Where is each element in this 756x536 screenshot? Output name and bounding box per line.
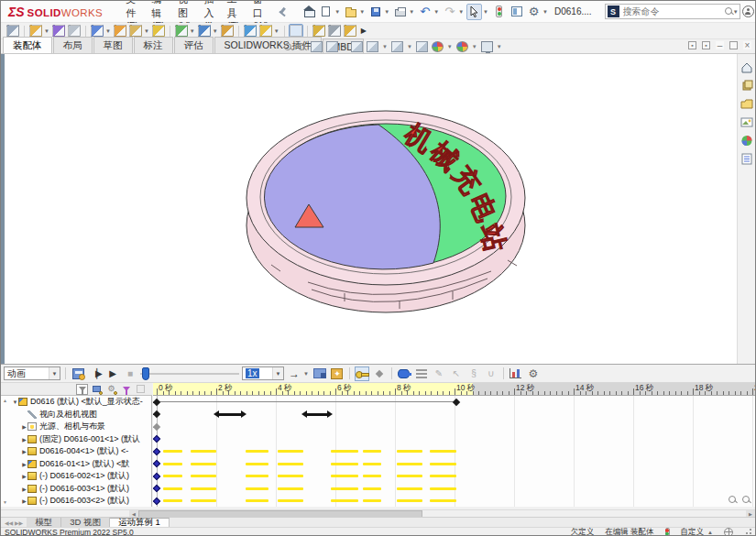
insert-components-icon[interactable]: [29, 25, 42, 37]
edit-appearance-icon[interactable]: [432, 41, 444, 52]
save-dropdown-caret[interactable]: ▼: [384, 9, 389, 15]
timeline-row-1[interactable]: [153, 409, 755, 421]
keyframe-diamond[interactable]: [153, 498, 160, 505]
magnetic-mate-icon[interactable]: [68, 25, 81, 37]
search-input[interactable]: [621, 5, 724, 17]
resize-grip[interactable]: [744, 529, 751, 536]
timeline-row-2[interactable]: [153, 421, 755, 433]
exploded-view-dropdown-caret[interactable]: ▼: [274, 28, 279, 34]
tree-expander[interactable]: ▶: [21, 498, 27, 504]
keyframe-diamond[interactable]: [153, 473, 160, 480]
tree-scroll-up-icon[interactable]: ▲: [3, 398, 7, 403]
zoom-to-fit-icon[interactable]: [283, 42, 293, 52]
timeline-row-7[interactable]: [153, 483, 755, 496]
tree-item-4[interactable]: ▶D0616-004<1> (默认) <-: [1, 445, 151, 458]
tree-item-8[interactable]: ▶(-) D0616-003<2> (默认): [1, 495, 151, 507]
tree-item-6[interactable]: ▶(-) D0616-002<1> (默认): [1, 470, 151, 483]
instant3d-icon[interactable]: [290, 25, 302, 37]
open-dropdown-caret[interactable]: ▼: [359, 9, 365, 15]
keyframe-diamond[interactable]: [153, 435, 160, 443]
select-button[interactable]: ↖: [449, 366, 464, 381]
tree-expander[interactable]: ▶: [21, 448, 27, 454]
view-orientation-caret[interactable]: ▼: [382, 44, 388, 49]
display-style-icon[interactable]: [391, 41, 403, 52]
tab-标注[interactable]: 标注: [134, 37, 173, 53]
apply-scene-caret[interactable]: ▼: [472, 44, 477, 49]
section-view-caret[interactable]: ▼: [342, 44, 347, 49]
redo-button[interactable]: ↷: [442, 4, 457, 20]
keyframe-diamond[interactable]: [153, 460, 160, 467]
tab-布局[interactable]: 布局: [53, 37, 93, 53]
print-dropdown-caret[interactable]: ▼: [409, 9, 414, 15]
doc-minimize-button[interactable]: –: [716, 41, 724, 49]
contact-button[interactable]: ∪: [484, 366, 499, 381]
edit-component-icon[interactable]: [6, 25, 19, 37]
show-hidden-components-icon[interactable]: [152, 25, 165, 37]
mate-icon[interactable]: [52, 25, 65, 37]
options-dropdown-caret[interactable]: ▼: [542, 9, 548, 15]
filter-driving-button[interactable]: ⚙: [105, 384, 117, 395]
new-motion-study-icon[interactable]: [221, 25, 234, 37]
tree-item-1[interactable]: 视向及相机视图: [1, 409, 151, 421]
save-button[interactable]: [367, 4, 383, 20]
select-tool-button[interactable]: [466, 4, 482, 20]
timeline-row-5[interactable]: [153, 458, 755, 471]
take-snapshot-icon[interactable]: [328, 25, 341, 37]
section-view-icon[interactable]: [326, 41, 338, 52]
timebar-thumb[interactable]: [142, 367, 149, 380]
rebuild-button[interactable]: [491, 4, 507, 20]
search-magnifier-icon[interactable]: [724, 6, 734, 16]
view-orientation-icon[interactable]: [367, 41, 378, 52]
filter-animated-button[interactable]: [91, 384, 103, 395]
force-button[interactable]: ✎: [432, 366, 446, 381]
horizontal-scrollbar[interactable]: ◀ ▶: [1, 509, 755, 517]
design-library-icon[interactable]: [740, 80, 753, 92]
tab-草图[interactable]: 草图: [93, 37, 133, 53]
timeline-ruler[interactable]: 0 秒2 秒4 秒6 秒8 秒10 秒12 秒14 秒16 秒18 秒20 秒: [153, 383, 755, 396]
file-explorer-icon[interactable]: [740, 98, 753, 110]
doc-tab-运动算例 1[interactable]: 运动算例 1: [110, 518, 170, 527]
tree-item-2[interactable]: ▶光源、相机与布景: [1, 421, 151, 433]
timeline-area[interactable]: [153, 396, 755, 507]
stop-button[interactable]: ■: [123, 366, 137, 381]
user-account-button[interactable]: [740, 4, 756, 20]
doc-taskpane-icon[interactable]: ▪: [702, 41, 710, 49]
large-assembly-settings-icon[interactable]: [344, 25, 356, 37]
playback-speed-combobox[interactable]: 1x▼: [242, 366, 284, 380]
autokey-button[interactable]: [355, 366, 369, 381]
timeline-row-6[interactable]: [153, 470, 755, 483]
edit-appearance-caret[interactable]: ▼: [447, 44, 453, 49]
no-filter-button[interactable]: [76, 384, 88, 395]
filter-selected-button[interactable]: [120, 384, 132, 395]
more-icon[interactable]: ▶: [361, 27, 367, 35]
reference-geometry-dropdown-caret[interactable]: ▼: [213, 28, 218, 34]
timebar-slider[interactable]: [140, 367, 239, 380]
doc-tab-模型[interactable]: 模型: [27, 518, 61, 527]
motion-properties-button[interactable]: ⚙: [526, 366, 541, 381]
timeline-row-3[interactable]: [153, 433, 755, 446]
update-speedpak-icon[interactable]: [312, 25, 325, 37]
tree-expander[interactable]: ▶: [21, 461, 27, 467]
timeline-row-4[interactable]: [153, 445, 755, 458]
tree-expander[interactable]: ▶: [21, 486, 27, 492]
display-style-caret[interactable]: ▼: [407, 44, 412, 49]
undo-dropdown-caret[interactable]: ▼: [433, 9, 439, 15]
add-update-key-button[interactable]: [372, 366, 387, 381]
linear-component-pattern-dropdown-caret[interactable]: ▼: [105, 28, 111, 34]
keyframe-diamond[interactable]: [153, 399, 160, 406]
graphics-viewport[interactable]: 机械充电站: [1, 54, 755, 364]
playback-mode-caret[interactable]: ▼: [303, 371, 309, 377]
move-component-dropdown-caret[interactable]: ▼: [144, 28, 149, 34]
view-settings-icon[interactable]: [481, 41, 493, 52]
spring-button[interactable]: [414, 366, 429, 381]
view-key-span[interactable]: [218, 413, 242, 416]
exploded-view-icon[interactable]: [259, 25, 272, 37]
select-dropdown-caret[interactable]: ▼: [483, 9, 488, 15]
appearances-scenes-decals-icon[interactable]: [740, 135, 753, 147]
gravity-button[interactable]: §: [466, 366, 481, 381]
view-palette-icon[interactable]: [740, 116, 753, 128]
play-button[interactable]: ▶: [105, 366, 120, 381]
view-key-span[interactable]: [306, 413, 328, 416]
assembly-features-dropdown-caret[interactable]: ▼: [190, 28, 195, 34]
view-settings-caret[interactable]: ▼: [497, 44, 502, 49]
